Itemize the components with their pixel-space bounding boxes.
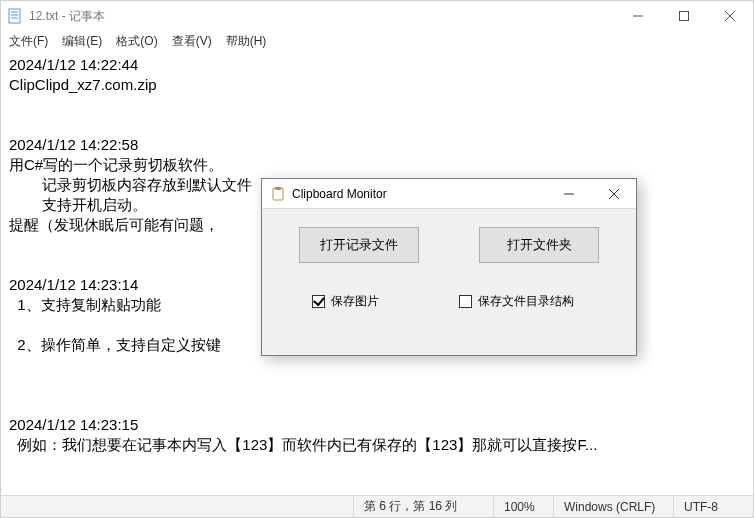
status-encoding: UTF-8 xyxy=(673,496,753,517)
status-eol: Windows (CRLF) xyxy=(553,496,673,517)
maximize-button[interactable] xyxy=(661,1,707,31)
app-icon xyxy=(270,186,286,202)
status-caret-pos: 第 6 行，第 16 列 xyxy=(353,496,493,517)
dialog-minimize-button[interactable] xyxy=(546,179,591,208)
svg-rect-5 xyxy=(680,12,689,21)
notepad-statusbar: 第 6 行，第 16 列 100% Windows (CRLF) UTF-8 xyxy=(1,495,753,517)
menu-view[interactable]: 查看(V) xyxy=(172,33,212,50)
checkbox-box xyxy=(312,295,325,308)
svg-rect-9 xyxy=(275,187,281,190)
save-dir-tree-checkbox[interactable]: 保存文件目录结构 xyxy=(459,293,574,310)
dialog-body: 打开记录文件 打开文件夹 保存图片 保存文件目录结构 xyxy=(262,209,636,310)
status-zoom: 100% xyxy=(493,496,553,517)
clipboard-monitor-dialog: Clipboard Monitor 打开记录文件 打开文件夹 保存图片 保存文件… xyxy=(261,178,637,356)
minimize-button[interactable] xyxy=(615,1,661,31)
save-image-label: 保存图片 xyxy=(331,293,379,310)
menu-edit[interactable]: 编辑(E) xyxy=(62,33,102,50)
notepad-window-controls xyxy=(615,1,753,31)
dialog-title: Clipboard Monitor xyxy=(292,187,387,201)
save-dir-tree-label: 保存文件目录结构 xyxy=(478,293,574,310)
open-log-file-button[interactable]: 打开记录文件 xyxy=(299,227,419,263)
notepad-icon xyxy=(7,8,23,24)
save-image-checkbox[interactable]: 保存图片 xyxy=(312,293,379,310)
dialog-close-button[interactable] xyxy=(591,179,636,208)
close-button[interactable] xyxy=(707,1,753,31)
notepad-titlebar: 12.txt - 记事本 xyxy=(1,1,753,31)
dialog-window-controls xyxy=(546,179,636,208)
notepad-menubar: 文件(F) 编辑(E) 格式(O) 查看(V) 帮助(H) xyxy=(1,31,753,51)
open-folder-button[interactable]: 打开文件夹 xyxy=(479,227,599,263)
menu-file[interactable]: 文件(F) xyxy=(9,33,48,50)
dialog-titlebar[interactable]: Clipboard Monitor xyxy=(262,179,636,209)
menu-help[interactable]: 帮助(H) xyxy=(226,33,267,50)
svg-rect-0 xyxy=(9,9,20,23)
notepad-title: 12.txt - 记事本 xyxy=(29,8,105,25)
menu-format[interactable]: 格式(O) xyxy=(116,33,157,50)
checkbox-box xyxy=(459,295,472,308)
